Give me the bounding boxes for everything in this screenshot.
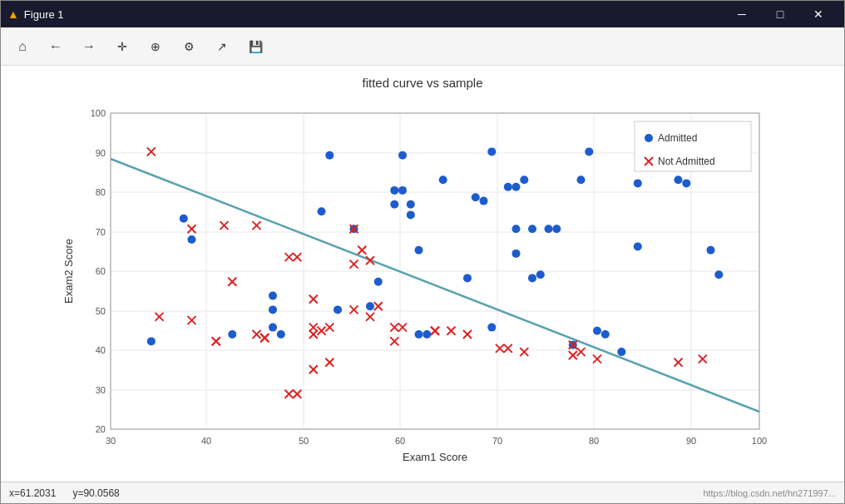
admitted-point — [634, 179, 642, 187]
admitted-point — [415, 330, 423, 338]
main-window: ▲ Figure 1 ─ □ ✕ ⌂ ← → ✛ ⊕ ⚙ ↗ 💾 fitted … — [0, 0, 845, 504]
title-buttons: ─ □ ✕ — [723, 1, 838, 27]
close-button[interactable]: ✕ — [799, 1, 838, 27]
admitted-point — [675, 175, 683, 184]
admitted-point — [439, 175, 447, 184]
status-coords: x=61.2031 y=90.0568 — [9, 487, 120, 499]
svg-text:60: 60 — [96, 266, 106, 276]
admitted-point — [528, 274, 536, 282]
svg-text:60: 60 — [395, 436, 405, 446]
title-bar-left: ▲ Figure 1 — [7, 7, 64, 21]
admitted-point — [228, 330, 236, 338]
svg-text:100: 100 — [91, 108, 106, 118]
svg-text:50: 50 — [96, 306, 106, 316]
y-axis-label: Exam2 Score — [62, 238, 75, 303]
admitted-point — [463, 274, 472, 282]
legend-admitted-label: Admitted — [658, 132, 697, 144]
svg-text:30: 30 — [106, 436, 116, 446]
maximize-button[interactable]: □ — [761, 1, 799, 27]
admitted-point — [552, 225, 561, 233]
admitted-point — [617, 348, 625, 356]
admitted-point — [512, 182, 521, 190]
chart-svg: Admitted Not Admitted 30 40 50 60 70 80 … — [61, 105, 784, 462]
admitted-point — [398, 151, 407, 159]
admitted-point — [390, 200, 398, 208]
admitted-point — [504, 182, 512, 190]
minimize-button[interactable]: ─ — [723, 1, 761, 27]
admitted-point — [269, 323, 277, 331]
admitted-point — [585, 147, 593, 156]
svg-text:40: 40 — [201, 436, 211, 446]
x-axis-label: Exam1 Score — [403, 451, 467, 462]
pan-button[interactable]: ✛ — [107, 32, 137, 62]
admitted-point — [180, 214, 188, 222]
legend-admitted-icon — [645, 134, 653, 142]
admitted-point — [634, 242, 642, 250]
admitted-point — [536, 270, 545, 279]
legend-not-admitted-label: Not Admitted — [658, 156, 715, 167]
svg-text:70: 70 — [492, 436, 502, 446]
app-icon: ▲ — [7, 7, 19, 21]
svg-text:90: 90 — [96, 148, 106, 158]
svg-text:100: 100 — [752, 436, 767, 446]
svg-text:20: 20 — [96, 424, 106, 434]
svg-text:30: 30 — [96, 385, 106, 395]
admitted-point — [422, 330, 431, 338]
admitted-point — [512, 249, 521, 257]
svg-text:70: 70 — [96, 227, 106, 237]
admitted-point — [325, 151, 334, 159]
admitted-point — [593, 326, 601, 334]
subplot-button[interactable]: ↗ — [207, 32, 237, 62]
admitted-point — [512, 225, 521, 233]
chart-title: fitted curve vs sample — [1, 76, 844, 90]
svg-text:80: 80 — [96, 187, 106, 197]
admitted-point — [487, 323, 496, 331]
admitted-point — [407, 200, 415, 208]
admitted-point — [269, 305, 277, 314]
admitted-point — [682, 179, 690, 187]
admitted-point — [487, 147, 496, 156]
x-coord: x=61.2031 — [9, 487, 56, 499]
admitted-point — [277, 330, 285, 338]
admitted-point — [577, 175, 586, 184]
admitted-point — [520, 175, 528, 184]
back-button[interactable]: ← — [41, 32, 71, 62]
toolbar: ⌂ ← → ✛ ⊕ ⚙ ↗ 💾 — [1, 27, 844, 66]
svg-text:80: 80 — [589, 436, 599, 446]
admitted-point — [714, 270, 723, 279]
plot-area: fitted curve vs sample — [1, 66, 844, 482]
zoom-button[interactable]: ⊕ — [141, 32, 170, 62]
admitted-point — [398, 185, 407, 194]
configure-button[interactable]: ⚙ — [174, 32, 204, 62]
admitted-point — [390, 185, 398, 194]
admitted-point — [366, 302, 374, 310]
admitted-point — [269, 291, 277, 299]
svg-text:40: 40 — [96, 345, 106, 355]
admitted-point — [472, 193, 480, 201]
forward-button[interactable]: → — [74, 32, 104, 62]
home-button[interactable]: ⌂ — [7, 32, 37, 62]
status-url: https://blog.csdn.net/hn271997... — [703, 488, 836, 498]
svg-text:90: 90 — [686, 436, 696, 446]
admitted-point — [601, 330, 610, 338]
admitted-point — [188, 235, 196, 244]
y-coord: y=90.0568 — [72, 487, 119, 499]
admitted-point — [707, 245, 715, 254]
admitted-point — [318, 207, 326, 215]
admitted-point — [334, 305, 342, 314]
admitted-point — [407, 210, 415, 219]
admitted-point — [528, 225, 536, 233]
admitted-point — [480, 196, 488, 205]
admitted-point — [545, 225, 553, 233]
save-button[interactable]: 💾 — [240, 32, 270, 62]
svg-text:50: 50 — [299, 436, 309, 446]
admitted-point — [415, 245, 423, 254]
status-bar: x=61.2031 y=90.0568 https://blog.csdn.ne… — [1, 482, 844, 503]
chart-container: Admitted Not Admitted 30 40 50 60 70 80 … — [1, 93, 844, 482]
window-title: Figure 1 — [24, 8, 64, 21]
admitted-point — [147, 337, 156, 345]
admitted-point — [374, 277, 383, 285]
title-bar: ▲ Figure 1 ─ □ ✕ — [1, 1, 844, 27]
